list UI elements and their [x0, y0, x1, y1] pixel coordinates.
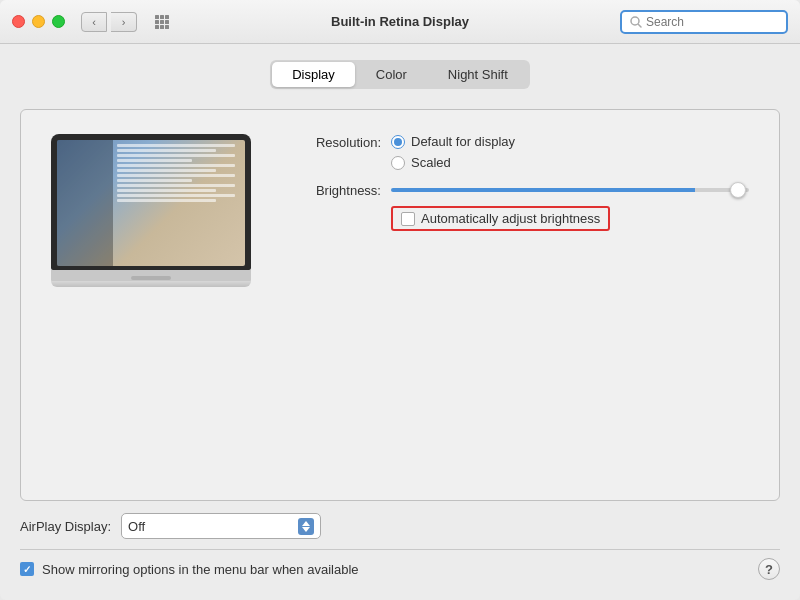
airplay-select[interactable]: Off — [121, 513, 321, 539]
close-button[interactable] — [12, 15, 25, 28]
minimize-button[interactable] — [32, 15, 45, 28]
auto-brightness-outlined: Automatically adjust brightness — [391, 206, 610, 231]
resolution-label: Resolution: — [291, 134, 391, 150]
resolution-radio-group: Default for display Scaled — [391, 134, 749, 170]
resolution-scaled-radio[interactable] — [391, 156, 405, 170]
airplay-value: Off — [128, 519, 145, 534]
search-box[interactable] — [620, 10, 788, 34]
search-input[interactable] — [646, 15, 778, 29]
mirroring-left: ✓ Show mirroring options in the menu bar… — [20, 562, 359, 577]
laptop — [51, 134, 251, 287]
auto-brightness-label: Automatically adjust brightness — [421, 211, 600, 226]
auto-brightness-checkbox[interactable] — [401, 212, 415, 226]
resolution-default-option[interactable]: Default for display — [391, 134, 749, 149]
airplay-row: AirPlay Display: Off — [20, 513, 780, 539]
chevron-down-icon — [302, 527, 310, 532]
mirroring-checkbox[interactable]: ✓ — [20, 562, 34, 576]
airplay-arrow-icon — [298, 518, 314, 535]
settings-section: Resolution: Default for display Scaled — [291, 134, 749, 231]
airplay-label: AirPlay Display: — [20, 519, 111, 534]
resolution-row: Resolution: Default for display Scaled — [291, 134, 749, 170]
brightness-label: Brightness: — [291, 182, 391, 198]
tabs: Display Color Night Shift — [20, 60, 780, 89]
tab-group: Display Color Night Shift — [270, 60, 530, 89]
resolution-scaled-label: Scaled — [411, 155, 451, 170]
help-button[interactable]: ? — [758, 558, 780, 580]
brightness-row: Brightness: — [291, 182, 749, 198]
laptop-illustration — [51, 134, 261, 287]
brightness-slider-thumb[interactable] — [730, 182, 746, 198]
brightness-slider-container — [391, 182, 749, 198]
main-panel: Resolution: Default for display Scaled — [20, 109, 780, 501]
tab-display[interactable]: Display — [272, 62, 355, 87]
svg-point-0 — [631, 17, 639, 25]
svg-line-1 — [639, 24, 642, 27]
resolution-control: Default for display Scaled — [391, 134, 749, 170]
grid-icon — [155, 15, 169, 29]
forward-button[interactable]: › — [111, 12, 137, 32]
window-title: Built-in Retina Display — [331, 14, 469, 29]
resolution-default-radio[interactable] — [391, 135, 405, 149]
checkmark-icon: ✓ — [23, 564, 31, 575]
mirroring-row: ✓ Show mirroring options in the menu bar… — [20, 549, 780, 588]
titlebar: ‹ › Built-in Retina Display — [0, 0, 800, 44]
tab-color[interactable]: Color — [356, 62, 427, 87]
content-area: Display Color Night Shift — [0, 44, 800, 501]
resolution-scaled-option[interactable]: Scaled — [391, 155, 749, 170]
window: ‹ › Built-in Retina Display Display Col — [0, 0, 800, 600]
search-icon — [630, 16, 642, 28]
back-button[interactable]: ‹ — [81, 12, 107, 32]
nav-buttons: ‹ › — [81, 12, 137, 32]
brightness-slider-track — [391, 188, 749, 192]
traffic-lights — [12, 15, 65, 28]
grid-button[interactable] — [149, 12, 175, 32]
mirroring-label: Show mirroring options in the menu bar w… — [42, 562, 359, 577]
resolution-default-label: Default for display — [411, 134, 515, 149]
maximize-button[interactable] — [52, 15, 65, 28]
auto-brightness-row: Automatically adjust brightness — [391, 206, 749, 231]
bottom-bar: AirPlay Display: Off ✓ Show mirroring op… — [0, 501, 800, 600]
chevron-up-icon — [302, 521, 310, 526]
tab-night-shift[interactable]: Night Shift — [428, 62, 528, 87]
